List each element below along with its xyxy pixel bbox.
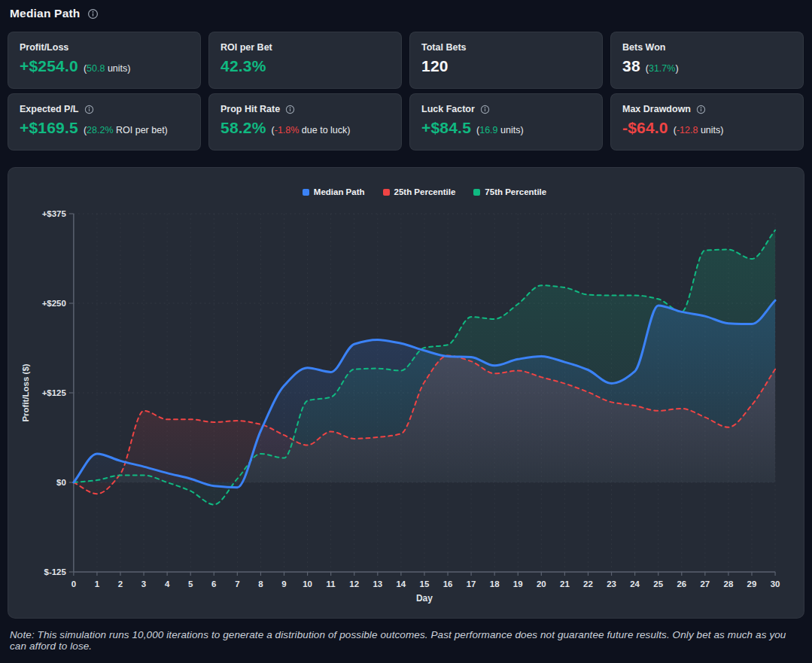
x-tick-label: 4 xyxy=(165,579,170,588)
x-tick-label: 26 xyxy=(677,579,686,588)
card-label: Profit/Loss xyxy=(20,42,68,53)
x-tick-label: 19 xyxy=(513,579,523,588)
x-tick-label: 10 xyxy=(303,579,312,588)
card-subvalue: (16.9 units) xyxy=(476,125,524,135)
card-label: Prop Hit Rate xyxy=(220,104,280,114)
x-tick-label: 22 xyxy=(583,579,593,588)
card-prop-hit-rate: Prop Hit Rate 58.2% (-1.8% due to luck) xyxy=(208,93,402,151)
card-subvalue: (-12.8 units) xyxy=(674,125,724,135)
card-value: 42.3% xyxy=(220,57,266,75)
card-value: 38 xyxy=(622,57,640,75)
x-tick-label: 16 xyxy=(443,579,453,588)
info-icon[interactable] xyxy=(87,8,99,20)
x-tick-label: 17 xyxy=(467,579,476,588)
x-tick-label: 0 xyxy=(71,579,76,588)
card-max-drawdown: Max Drawdown -$64.0 (-12.8 units) xyxy=(610,93,804,151)
x-tick-label: 28 xyxy=(724,579,734,588)
y-tick-label: $-125 xyxy=(44,567,67,576)
x-tick-label: 11 xyxy=(327,579,336,588)
chart-legend: Median Path 25th Percentile 75th Percent… xyxy=(74,187,775,196)
x-tick-label: 9 xyxy=(281,579,286,588)
card-label: Total Bets xyxy=(421,42,467,53)
x-tick-label: 2 xyxy=(118,579,123,588)
legend-item-25th-percentile[interactable]: 25th Percentile xyxy=(383,187,456,196)
card-roi-per-bet: ROI per Bet 42.3% xyxy=(208,32,402,89)
legend-item-75th-percentile[interactable]: 75th Percentile xyxy=(473,187,546,196)
info-icon[interactable] xyxy=(285,105,295,114)
legend-item-median-path[interactable]: Median Path xyxy=(303,187,365,196)
card-label: Luck Factor xyxy=(421,104,475,114)
legend-swatch-median xyxy=(303,189,309,196)
x-axis-title: Day xyxy=(416,593,433,604)
y-tick-label: +$125 xyxy=(42,388,67,397)
info-icon[interactable] xyxy=(480,105,490,114)
card-subvalue: (31.7%) xyxy=(646,63,679,74)
page-header: Median Path xyxy=(10,7,99,20)
x-tick-label: 23 xyxy=(607,579,616,588)
card-subvalue: (28.2% ROI per bet) xyxy=(84,125,168,135)
info-icon[interactable] xyxy=(84,105,94,114)
card-total-bets: Total Bets 120 xyxy=(409,32,603,89)
x-tick-label: 7 xyxy=(235,579,239,588)
card-value: -$64.0 xyxy=(622,119,668,137)
x-tick-label: 29 xyxy=(747,579,757,588)
x-tick-label: 12 xyxy=(349,579,359,588)
x-tick-label: 3 xyxy=(141,579,146,588)
series-areas xyxy=(74,230,775,505)
x-tick-label: 6 xyxy=(211,579,216,588)
x-tick-label: 25 xyxy=(653,579,663,588)
y-tick-label: $0 xyxy=(56,478,66,487)
x-tick-label: 21 xyxy=(560,579,570,588)
stats-grid: Profit/Loss +$254.0 (50.8 units) ROI per… xyxy=(8,32,804,151)
card-value: +$84.5 xyxy=(421,119,471,137)
card-expected-pl: Expected P/L +$169.5 (28.2% ROI per bet) xyxy=(8,93,201,151)
legend-label: Median Path xyxy=(314,187,365,196)
info-icon[interactable] xyxy=(696,105,706,114)
legend-label: 75th Percentile xyxy=(485,187,546,196)
legend-swatch-75th xyxy=(473,189,480,196)
x-tick-label: 24 xyxy=(630,579,640,588)
y-tick-label: +$375 xyxy=(42,209,67,218)
profit-loss-chart: +$375+$250+$125$0$-125012345678910111213… xyxy=(8,168,804,618)
card-value: +$254.0 xyxy=(20,57,78,75)
x-tick-label: 30 xyxy=(771,579,780,588)
card-label: Bets Won xyxy=(622,42,665,53)
card-luck-factor: Luck Factor +$84.5 (16.9 units) xyxy=(409,93,603,151)
card-value: 120 xyxy=(421,57,449,75)
chart-panel: Median Path 25th Percentile 75th Percent… xyxy=(8,167,804,619)
x-tick-label: 27 xyxy=(700,579,710,588)
card-subvalue: (50.8 units) xyxy=(84,63,131,74)
card-subvalue: (-1.8% due to luck) xyxy=(272,125,351,135)
x-tick-label: 8 xyxy=(258,579,263,588)
legend-swatch-25th xyxy=(383,189,390,196)
x-tick-label: 1 xyxy=(95,579,100,588)
card-value: 58.2% xyxy=(220,119,266,137)
card-label: Max Drawdown xyxy=(622,104,691,114)
card-profit-loss: Profit/Loss +$254.0 (50.8 units) xyxy=(8,32,201,89)
card-value: +$169.5 xyxy=(20,119,78,137)
y-axis-title: Profit/Loss ($) xyxy=(21,363,30,421)
page-title: Median Path xyxy=(10,7,81,20)
x-tick-label: 20 xyxy=(537,579,546,588)
card-label: Expected P/L xyxy=(20,104,79,114)
x-tick-label: 13 xyxy=(373,579,382,588)
x-tick-label: 5 xyxy=(188,579,193,588)
x-tick-label: 18 xyxy=(490,579,500,588)
x-tick-label: 15 xyxy=(420,579,430,588)
card-label: ROI per Bet xyxy=(220,42,272,53)
y-tick-label: +$250 xyxy=(42,299,66,308)
card-bets-won: Bets Won 38 (31.7%) xyxy=(610,32,804,89)
legend-label: 25th Percentile xyxy=(394,187,456,196)
x-tick-label: 14 xyxy=(397,579,406,588)
disclaimer-note: Note: This simulation runs 10,000 iterat… xyxy=(10,629,804,652)
